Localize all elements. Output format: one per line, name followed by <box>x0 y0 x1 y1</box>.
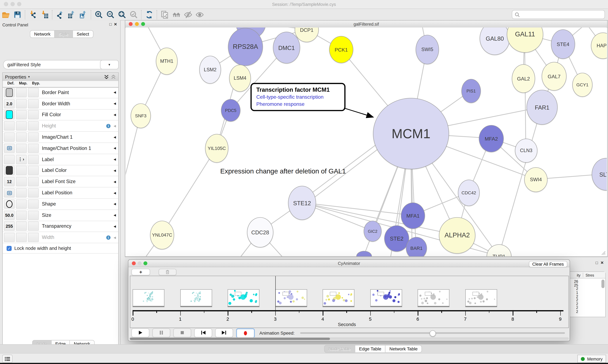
export-image-icon[interactable] <box>78 10 89 20</box>
mapping-cell[interactable] <box>16 143 27 153</box>
property-row-transparency[interactable]: 255Transparency◀ <box>3 221 118 232</box>
import-table-icon[interactable] <box>39 10 50 20</box>
tab-style[interactable]: Style <box>54 30 72 38</box>
expand-row-icon[interactable]: ◀ <box>113 135 116 139</box>
timeline-frame-1[interactable] <box>180 289 212 307</box>
open-folder-icon[interactable] <box>0 10 12 20</box>
property-row-image-chart-1[interactable]: Image/Chart 1◀ <box>3 132 118 143</box>
bypass-cell[interactable] <box>28 132 39 142</box>
expand-row-icon[interactable]: ◀ <box>113 213 116 217</box>
tab-node-table[interactable]: Node Table <box>324 345 355 353</box>
mapping-cell[interactable] <box>16 99 27 108</box>
expand-row-icon[interactable]: ◀ <box>113 202 116 206</box>
close-panel-icon[interactable]: ✕ <box>601 260 604 265</box>
expand-row-icon[interactable]: ◀ <box>113 236 116 239</box>
property-row-label-color[interactable]: Label Color◀ <box>3 165 118 176</box>
pause-button[interactable] <box>152 328 170 337</box>
timeline-frame-5[interactable] <box>370 289 402 307</box>
expand-all-icon[interactable] <box>104 74 109 79</box>
property-row-shape[interactable]: Shape◀ <box>3 199 118 210</box>
bypass-cell[interactable] <box>28 88 39 97</box>
mapping-cell[interactable] <box>16 110 27 119</box>
tab-select[interactable]: Select <box>72 30 93 38</box>
expand-row-icon[interactable]: ◀ <box>113 169 116 172</box>
table-scrollbar[interactable] <box>601 280 605 288</box>
default-value-cell[interactable] <box>4 88 15 97</box>
clear-all-frames-button[interactable]: Clear All Frames <box>529 261 567 267</box>
expand-row-icon[interactable]: ◀ <box>113 102 116 105</box>
info-icon[interactable]: i <box>106 235 111 240</box>
show-details-icon[interactable] <box>194 10 205 20</box>
hide-details-icon[interactable] <box>182 10 194 20</box>
default-value-cell[interactable] <box>4 233 15 242</box>
animation-speed-slider[interactable] <box>300 332 565 334</box>
collapse-all-icon[interactable] <box>111 74 116 79</box>
network-canvas[interactable]: RPS28BDCP1RPS28ADMC1PCK1MTH1LSM2LSM4SWI5… <box>125 27 607 256</box>
default-value-cell[interactable]: 12 <box>4 177 15 186</box>
mapping-cell[interactable] <box>16 177 27 186</box>
float-panel-icon[interactable]: □ <box>596 260 598 265</box>
lock-checkbox[interactable]: ✓ <box>7 246 12 251</box>
skip-start-button[interactable] <box>194 328 212 337</box>
expand-row-icon[interactable]: ◀ <box>113 224 116 228</box>
bypass-cell[interactable] <box>28 110 39 119</box>
mapping-cell[interactable] <box>16 210 27 220</box>
node-table-header[interactable]: ity Stres <box>567 272 605 278</box>
text-annotation[interactable]: Expression change after deletion of GAL1 <box>220 167 346 175</box>
property-row-image-chart-position-1[interactable]: Image/Chart Position 1◀ <box>3 143 118 154</box>
zoom-fit-icon[interactable] <box>116 10 128 20</box>
bypass-cell[interactable] <box>28 188 39 197</box>
timeline[interactable]: 0123456789 Seconds <box>130 276 569 328</box>
expand-row-icon[interactable]: ◀ <box>113 113 116 117</box>
property-row-label[interactable]: ⋮›Label◀ <box>3 154 118 165</box>
style-options-button[interactable]: ▾ <box>100 60 119 69</box>
timeline-frame-7[interactable] <box>465 289 497 307</box>
bypass-cell[interactable] <box>28 99 39 108</box>
mapping-cell[interactable] <box>16 132 27 142</box>
column-header[interactable]: Stres <box>585 273 594 277</box>
expand-row-icon[interactable]: ◀ <box>113 124 116 128</box>
default-value-cell[interactable] <box>4 199 15 209</box>
search-field[interactable] <box>512 10 605 19</box>
property-row-label-font-size[interactable]: 12Label Font Size◀ <box>3 176 118 188</box>
property-row-border-paint[interactable]: Border Paint◀ <box>3 87 118 98</box>
default-value-cell[interactable] <box>4 166 15 175</box>
bypass-cell[interactable] <box>28 233 39 242</box>
zoom-out-icon[interactable] <box>105 10 116 20</box>
expand-row-icon[interactable]: ◀ <box>113 147 116 150</box>
default-value-cell[interactable]: 255 <box>4 222 15 231</box>
tab-network-table[interactable]: Network Table <box>385 345 422 353</box>
info-icon[interactable]: i <box>106 124 111 128</box>
zoom-selected-icon[interactable] <box>128 10 139 20</box>
skip-end-button[interactable] <box>215 328 233 337</box>
bypass-cell[interactable] <box>28 155 39 164</box>
bypass-cell[interactable] <box>28 166 39 175</box>
timeline-frame-4[interactable] <box>323 289 355 307</box>
default-value-cell[interactable] <box>4 121 15 130</box>
mapping-cell[interactable] <box>16 222 27 231</box>
tab-edge-table[interactable]: Edge Table <box>355 345 385 353</box>
bypass-cell[interactable] <box>28 222 39 231</box>
bypass-cell[interactable] <box>28 143 39 153</box>
mapping-cell[interactable]: ⋮› <box>16 155 27 164</box>
mapping-cell[interactable] <box>16 188 27 197</box>
memory-button[interactable]: Memory <box>578 355 606 363</box>
default-value-cell[interactable] <box>4 110 15 119</box>
stop-button[interactable] <box>173 328 191 337</box>
duplicate-network-icon[interactable] <box>159 10 170 20</box>
play-button[interactable] <box>131 328 149 337</box>
houses-icon[interactable] <box>171 10 182 20</box>
default-value-cell[interactable]: 2.0 <box>4 99 15 108</box>
cyanimator-titlebar[interactable]: CyAnimator <box>128 260 570 267</box>
export-table-icon[interactable] <box>66 10 77 20</box>
properties-header[interactable]: Properties ▾ <box>3 73 118 81</box>
mapping-cell[interactable] <box>16 88 27 97</box>
float-panel-icon[interactable]: □ <box>109 22 112 26</box>
mapping-cell[interactable] <box>16 121 27 130</box>
refresh-icon[interactable] <box>143 10 155 20</box>
property-row-width[interactable]: Widthi◀ <box>3 232 118 243</box>
scrollbar-thumb[interactable] <box>130 338 330 340</box>
timeline-frame-3[interactable] <box>275 289 307 307</box>
default-value-cell[interactable]: 50.0 <box>4 210 15 220</box>
timeline-frame-6[interactable] <box>418 289 450 307</box>
